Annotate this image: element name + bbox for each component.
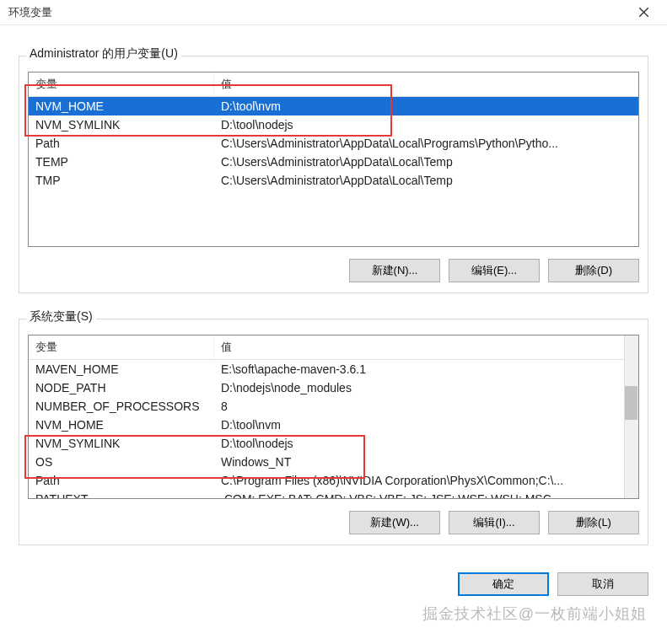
header-value[interactable]: 值 [214, 335, 638, 359]
cell-value: D:\tool\nvm [214, 97, 638, 115]
ok-button[interactable]: 确定 [458, 572, 549, 596]
cell-value: D:\tool\nodejs [214, 434, 624, 453]
cell-name: TEMP [29, 153, 214, 171]
cancel-button[interactable]: 取消 [557, 572, 648, 596]
table-row[interactable]: NUMBER_OF_PROCESSORS8 [29, 397, 638, 416]
table-row[interactable]: PathC:\Users\Administrator\AppData\Local… [29, 134, 638, 153]
sys-vars-list[interactable]: 变量 值 MAVEN_HOMEE:\soft\apache-maven-3.6.… [28, 335, 639, 499]
table-row[interactable]: NVM_HOMED:\tool\nvm [29, 97, 638, 115]
dialog-buttons: 确定 取消 [0, 554, 667, 596]
table-row[interactable]: PathC:\Program Files (x86)\NVIDIA Corpor… [29, 471, 638, 490]
cell-value: D:\tool\nvm [214, 416, 624, 434]
table-row[interactable]: NVM_SYMLINKD:\tool\nodejs [29, 115, 638, 134]
table-row[interactable]: OSWindows_NT [29, 453, 638, 471]
cell-name: OS [29, 453, 214, 471]
cell-value: D:\nodejs\node_modules [214, 378, 624, 397]
cell-name: PATHEXT [29, 490, 214, 499]
cell-name: Path [29, 471, 214, 490]
delete-sys-var-button[interactable]: 删除(L) [548, 511, 639, 534]
user-vars-list[interactable]: 变量 值 NVM_HOMED:\tool\nvmNVM_SYMLINKD:\to… [28, 72, 639, 247]
sys-vars-group: 系统变量(S) 变量 值 MAVEN_HOMEE:\soft\apache-ma… [19, 319, 648, 545]
table-row[interactable]: TMPC:\Users\Administrator\AppData\Local\… [29, 171, 638, 190]
sys-vars-label: 系统变量(S) [26, 309, 96, 325]
sys-vars-buttons: 新建(W)... 编辑(I)... 删除(L) [28, 511, 639, 534]
scrollbar[interactable] [624, 335, 638, 498]
delete-user-var-button[interactable]: 删除(D) [548, 259, 639, 282]
cell-value: C:\Users\Administrator\AppData\Local\Tem… [214, 171, 638, 190]
new-user-var-button[interactable]: 新建(N)... [349, 259, 440, 282]
edit-sys-var-button[interactable]: 编辑(I)... [449, 511, 540, 534]
cell-value: C:\Users\Administrator\AppData\Local\Pro… [214, 134, 638, 153]
table-row[interactable]: NVM_SYMLINKD:\tool\nodejs [29, 434, 638, 453]
cell-name: TMP [29, 171, 214, 190]
user-vars-group: Administrator 的用户变量(U) 变量 值 NVM_HOMED:\t… [19, 56, 648, 293]
header-value[interactable]: 值 [214, 72, 638, 96]
table-row[interactable]: PATHEXT.COM;.EXE;.BAT;.CMD;.VBS;.VBE;.JS… [29, 490, 638, 499]
user-vars-buttons: 新建(N)... 编辑(E)... 删除(D) [28, 259, 639, 282]
list-header: 变量 值 [29, 72, 638, 97]
new-sys-var-button[interactable]: 新建(W)... [349, 511, 440, 534]
table-row[interactable]: NVM_HOMED:\tool\nvm [29, 416, 638, 434]
table-row[interactable]: NODE_PATHD:\nodejs\node_modules [29, 378, 638, 397]
cell-value: D:\tool\nodejs [214, 115, 638, 134]
cell-name: NVM_SYMLINK [29, 115, 214, 134]
dialog-content: Administrator 的用户变量(U) 变量 值 NVM_HOMED:\t… [0, 25, 667, 554]
header-name[interactable]: 变量 [29, 72, 214, 96]
cell-value: C:\Users\Administrator\AppData\Local\Tem… [214, 153, 638, 171]
watermark: 掘金技术社区@一枚前端小姐姐 [422, 604, 647, 624]
cell-name: NODE_PATH [29, 378, 214, 397]
cell-value: C:\Program Files (x86)\NVIDIA Corporatio… [214, 471, 624, 490]
titlebar: 环境变量 [0, 0, 667, 25]
cell-name: MAVEN_HOME [29, 360, 214, 378]
table-row[interactable]: MAVEN_HOMEE:\soft\apache-maven-3.6.1 [29, 360, 638, 378]
cell-name: Path [29, 134, 214, 153]
list-header: 变量 值 [29, 335, 638, 360]
cell-name: NUMBER_OF_PROCESSORS [29, 397, 214, 416]
user-vars-label: Administrator 的用户变量(U) [26, 46, 181, 62]
cell-value: Windows_NT [214, 453, 624, 471]
close-icon[interactable] [627, 1, 660, 24]
edit-user-var-button[interactable]: 编辑(E)... [449, 259, 540, 282]
header-name[interactable]: 变量 [29, 335, 214, 359]
table-row[interactable]: TEMPC:\Users\Administrator\AppData\Local… [29, 153, 638, 171]
cell-value: E:\soft\apache-maven-3.6.1 [214, 360, 624, 378]
cell-name: NVM_SYMLINK [29, 434, 214, 453]
window-title: 环境变量 [8, 5, 52, 20]
cell-value: .COM;.EXE;.BAT;.CMD;.VBS;.VBE;.JS;.JSE;.… [214, 490, 624, 499]
cell-name: NVM_HOME [29, 97, 214, 115]
cell-value: 8 [214, 397, 624, 416]
cell-name: NVM_HOME [29, 416, 214, 434]
scrollbar-thumb[interactable] [625, 386, 637, 420]
